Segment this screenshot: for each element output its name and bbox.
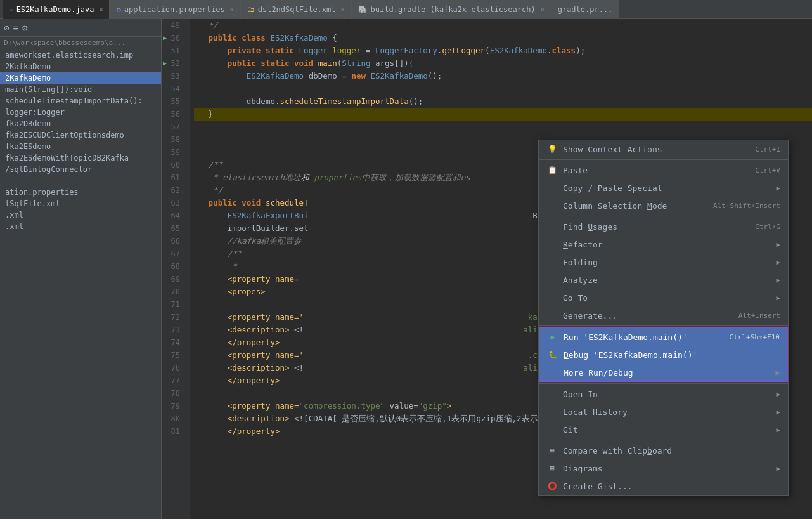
menu-run[interactable]: ▶ Run 'ES2KafkaDemo.main()' Ctrl+Sh⇧+F10: [539, 328, 787, 346]
tab-gradlepr[interactable]: gradle.pr...: [551, 0, 620, 19]
menu-open-in[interactable]: Open In ▶: [539, 385, 788, 403]
tab-label: gradle.pr...: [558, 5, 613, 14]
menu-label-more-run-debug: More Run/Debug: [564, 368, 770, 378]
menu-copy-paste-special[interactable]: Copy / Paste Special ▶: [539, 179, 788, 197]
close-icon[interactable]: ✕: [230, 6, 234, 13]
menu-analyze[interactable]: Analyze ▶: [539, 271, 788, 289]
close-icon[interactable]: ✕: [99, 6, 103, 13]
settings-icon[interactable]: ⚙: [22, 23, 27, 33]
sidebar-item-11[interactable]: [0, 175, 161, 187]
submenu-arrow-7: ▶: [776, 390, 780, 398]
empty-icon-7: [546, 292, 558, 303]
sidebar-toolbar: ⊙ ≡ ⚙ —: [0, 19, 161, 37]
menu-debug[interactable]: 🐛 Debug 'ES2KafkaDemo.main()': [539, 346, 787, 364]
tab-application-properties[interactable]: ⚙ application.properties ✕: [110, 0, 240, 19]
sidebar-item-6[interactable]: fka2DBdemo: [0, 118, 161, 129]
menu-local-history[interactable]: Local History ▶: [539, 403, 788, 421]
menu-separator-4: [539, 383, 788, 384]
line-53: 53: [162, 70, 185, 82]
sidebar-item-10[interactable]: /sqlBinlogConnector: [0, 164, 161, 175]
sidebar-item-1[interactable]: 2KafkaDemo: [0, 61, 161, 72]
submenu-arrow-3: ▶: [776, 258, 780, 266]
props-icon: ⚙: [116, 5, 120, 14]
tab-es2kafkademo[interactable]: ☕ ES2KafkaDemo.java ✕: [3, 0, 110, 19]
menu-column-selection[interactable]: Column Selection Mode Alt+Shift+Insert: [539, 197, 788, 214]
debug-icon: 🐛: [547, 349, 558, 360]
line-57: 57: [162, 121, 185, 133]
code-line-52: public static void main(String args[]){: [194, 57, 812, 70]
sync-icon[interactable]: ⊙: [4, 23, 9, 33]
menu-show-context-actions[interactable]: 💡 Show Context Actions Ctrl+1: [539, 140, 788, 158]
minimize-icon[interactable]: —: [31, 23, 36, 33]
sidebar-item-5[interactable]: logger:Logger: [0, 107, 161, 118]
line-72: 72: [162, 311, 185, 324]
menu-label-run: Run 'ES2KafkaDemo.main()': [564, 332, 730, 342]
menu-compare-clipboard[interactable]: ⊞ Compare with Clipboard: [539, 442, 788, 459]
line-50: 50: [162, 32, 185, 44]
line-69: 69: [162, 273, 185, 286]
empty-icon-10: [546, 388, 558, 400]
tab-bar: ☕ ES2KafkaDemo.java ✕ ⚙ application.prop…: [0, 0, 812, 19]
line-79: 79: [162, 400, 185, 412]
tab-dsl2ndsqlfile[interactable]: 🗂 dsl2ndSqlFile.xml ✕: [241, 0, 352, 19]
line-51: 51: [162, 44, 185, 57]
clipboard-icon: 📋: [546, 164, 558, 176]
menu-diagrams[interactable]: ⊞ Diagrams ▶: [539, 459, 788, 477]
menu-generate[interactable]: Generate... Alt+Insert: [539, 306, 788, 324]
collapse-icon[interactable]: ≡: [13, 23, 18, 33]
java-icon: ☕: [9, 5, 13, 13]
sidebar-item-7[interactable]: fka2ESCUDClientOptionsdemo: [0, 129, 161, 141]
tab-label: build.gradle (kafka2x-elasticsearch): [371, 5, 536, 14]
diagrams-icon: ⊞: [546, 463, 558, 474]
menu-create-gist[interactable]: ⭕ Create Gist...: [539, 477, 788, 495]
close-icon[interactable]: ✕: [341, 6, 345, 13]
menu-label-local-history: Local History: [563, 407, 771, 417]
sidebar-item-9[interactable]: fka2ESdemoWithTopicDB2Kafka: [0, 152, 161, 164]
menu-label-show-context-actions: Show Context Actions: [563, 145, 755, 154]
submenu-arrow-4: ▶: [776, 276, 780, 284]
tab-buildgradle[interactable]: 🐘 build.gradle (kafka2x-elasticsearch) ✕: [352, 0, 551, 19]
menu-git[interactable]: Git ▶: [539, 421, 788, 438]
sidebar-item-14[interactable]: .xml: [0, 209, 161, 221]
sidebar-item-0[interactable]: ameworkset.elasticsearch.imp: [0, 49, 161, 61]
menu-label-column-selection: Column Selection Mode: [563, 201, 713, 211]
line-78: 78: [162, 387, 185, 400]
line-71: 71: [162, 298, 185, 311]
xml-icon: 🗂: [247, 5, 255, 14]
line-56: 56: [162, 108, 185, 121]
menu-folding[interactable]: Folding ▶: [539, 253, 788, 271]
menu-find-usages[interactable]: Find Usages Ctrl+G: [539, 218, 788, 235]
menu-refactor[interactable]: Refactor ▶: [539, 235, 788, 253]
gradle-icon: 🐘: [358, 5, 368, 14]
menu-label-debug: Debug 'ES2KafkaDemo.main()': [564, 350, 780, 360]
menu-more-run-debug[interactable]: More Run/Debug ▶: [539, 364, 787, 381]
menu-shortcut-paste: Ctrl+V: [755, 166, 780, 174]
context-menu: 💡 Show Context Actions Ctrl+1 📋 Paste Ct…: [538, 140, 789, 496]
line-61: 61: [162, 171, 185, 184]
close-icon[interactable]: ✕: [541, 6, 545, 13]
sidebar-item-8[interactable]: fka2ESdemo: [0, 141, 161, 152]
menu-shortcut-column-selection: Alt+Shift+Insert: [713, 202, 780, 210]
menu-label-copy-paste-special: Copy / Paste Special: [563, 183, 771, 193]
sidebar-item-12[interactable]: ation.properties: [0, 187, 161, 198]
menu-label-goto: Go To: [563, 293, 771, 303]
lightbulb-icon: 💡: [546, 143, 558, 155]
menu-label-compare-clipboard: Compare with Clipboard: [563, 446, 780, 456]
empty-icon-1: [546, 182, 558, 194]
sidebar-item-13[interactable]: lSqlFile.xml: [0, 198, 161, 209]
menu-goto[interactable]: Go To ▶: [539, 289, 788, 306]
line-64: 64: [162, 209, 185, 222]
code-line-51: private static Logger logger = LoggerFac…: [194, 44, 812, 57]
empty-icon-2: [546, 200, 558, 211]
menu-label-git: Git: [563, 425, 771, 435]
sidebar-item-3[interactable]: main(String[]):void: [0, 84, 161, 95]
sidebar-item-2[interactable]: 2KafkaDemo: [0, 72, 161, 84]
menu-shortcut-run: Ctrl+Sh⇧+F10: [730, 333, 780, 341]
menu-paste[interactable]: 📋 Paste Ctrl+V: [539, 161, 788, 179]
gist-icon: ⭕: [546, 480, 558, 492]
sidebar-item-4[interactable]: scheduleTimestampImportData():: [0, 95, 161, 107]
line-55: 55: [162, 95, 185, 108]
code-line-55: dbdemo.scheduleTimestampImportData();: [194, 95, 812, 108]
menu-label-generate: Generate...: [563, 311, 738, 320]
sidebar-item-15[interactable]: .xml: [0, 221, 161, 232]
